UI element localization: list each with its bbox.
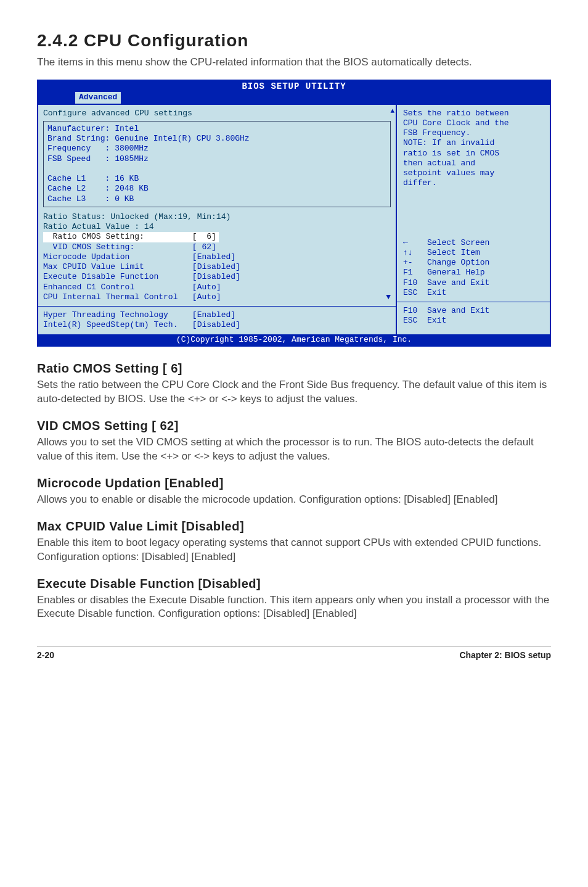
- item-enhanced-c1[interactable]: Enhanced C1 Control [Auto]: [43, 283, 391, 292]
- item-thermal[interactable]: CPU Internal Thermal Control [Auto]: [43, 292, 221, 302]
- help-line: then actual and: [403, 159, 545, 168]
- keyhelp-save-exit-2: F10 Save and Exit: [403, 306, 545, 316]
- bios-tab-row: Advanced: [38, 92, 550, 104]
- body-execdisable: Enables or disables the Execute Disable …: [37, 593, 551, 622]
- item-microcode[interactable]: Microcode Updation [Enabled]: [43, 252, 391, 262]
- bios-right-pane: Sets the ratio between CPU Core Clock an…: [396, 105, 550, 334]
- info-brand: Brand String: Genuine Intel(R) CPU 3.80G…: [47, 134, 386, 144]
- scroll-up-icon[interactable]: ▲: [390, 107, 394, 116]
- body-ratio: Sets the ratio between the CPU Core Cloc…: [37, 378, 551, 406]
- bios-cpu-info-box: Manufacturer: Intel Brand String: Genuin…: [43, 121, 391, 207]
- body-vid: Allows you to set the VID CMOS setting a…: [37, 435, 551, 464]
- info-cache-l1: Cache L1 : 16 KB: [47, 174, 386, 184]
- help-line: NOTE: If an invalid: [403, 138, 545, 148]
- bios-copyright: (C)Copyright 1985-2002, American Megatre…: [38, 334, 550, 345]
- info-blank: [47, 164, 386, 174]
- keyhelp-exit-2: ESC Exit: [403, 316, 545, 326]
- bios-left-pane: ▲ Configure advanced CPU settings Manufa…: [38, 105, 396, 334]
- section-intro: The items in this menu show the CPU-rela…: [37, 56, 551, 70]
- item-hyperthreading[interactable]: Hyper Threading Technology [Enabled]: [43, 310, 391, 320]
- info-cache-l2: Cache L2 : 2048 KB: [47, 184, 386, 194]
- footer-page-number: 2-20: [37, 650, 54, 660]
- scroll-down-icon[interactable]: ▼: [386, 292, 391, 302]
- body-microcode: Allows you to enable or disable the micr…: [37, 493, 551, 507]
- keyhelp-save-exit: F10 Save and Exit: [403, 278, 545, 288]
- keyhelp-select-screen: ← Select Screen: [403, 238, 545, 248]
- body-maxcpuid: Enable this item to boot legacy operatin…: [37, 536, 551, 564]
- help-line: Sets the ratio between: [403, 109, 545, 118]
- bios-tab-advanced[interactable]: Advanced: [75, 92, 121, 103]
- keyhelp-general-help: F1 General Help: [403, 268, 545, 278]
- footer-chapter: Chapter 2: BIOS setup: [459, 650, 551, 660]
- item-speedstep[interactable]: Intel(R) SpeedStep(tm) Tech. [Disabled]: [43, 320, 391, 330]
- item-vid-cmos[interactable]: VID CMOS Setting: [ 62]: [43, 242, 391, 252]
- help-line: CPU Core Clock and the: [403, 118, 545, 128]
- subhead-maxcpuid: Max CPUID Value Limit [Disabled]: [37, 519, 551, 534]
- info-manufacturer: Manufacturer: Intel: [47, 124, 386, 134]
- help-line: FSB Frequency.: [403, 128, 545, 138]
- item-exec-disable[interactable]: Execute Disable Function [Disabled]: [43, 272, 391, 282]
- bios-screenshot: BIOS SETUP UTILITY Advanced ▲ Configure …: [37, 80, 551, 347]
- keyhelp-exit: ESC Exit: [403, 288, 545, 298]
- help-line: differ.: [403, 178, 545, 188]
- section-heading: 2.4.2 CPU Configuration: [37, 31, 551, 51]
- info-fsb: FSB Speed : 1085MHz: [47, 154, 386, 164]
- item-ratio-cmos[interactable]: Ratio CMOS Setting: [ 6]: [43, 232, 391, 242]
- bios-title: BIOS SETUP UTILITY: [38, 81, 550, 93]
- info-frequency: Frequency : 3800MHz: [47, 144, 386, 154]
- subhead-ratio: Ratio CMOS Setting [ 6]: [37, 361, 551, 376]
- keyhelp-select-item: ↑↓ Select Item: [403, 248, 545, 258]
- help-line: setpoint values may: [403, 168, 545, 178]
- info-cache-l3: Cache L3 : 0 KB: [47, 194, 386, 204]
- ratio-actual: Ratio Actual Value : 14: [43, 222, 391, 232]
- ratio-status: Ratio Status: Unlocked (Max:19, Min:14): [43, 212, 391, 222]
- help-line: ratio is set in CMOS: [403, 149, 545, 159]
- page-footer: 2-20 Chapter 2: BIOS setup: [37, 646, 551, 660]
- subhead-execdisable: Execute Disable Function [Disabled]: [37, 577, 551, 591]
- item-max-cpuid[interactable]: Max CPUID Value Limit [Disabled]: [43, 262, 391, 272]
- subhead-vid: VID CMOS Setting [ 62]: [37, 419, 551, 433]
- subhead-microcode: Microcode Updation [Enabled]: [37, 476, 551, 490]
- keyhelp-change-option: +- Change Option: [403, 258, 545, 268]
- bios-left-header: Configure advanced CPU settings: [43, 109, 391, 118]
